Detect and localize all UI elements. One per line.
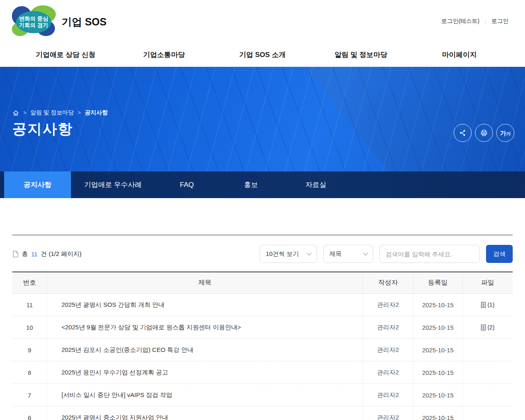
row-author: 관리자2 [363, 406, 413, 420]
page-size-select[interactable]: 10건씩 보기 [260, 245, 317, 263]
login-divider [485, 19, 486, 24]
total-prefix: 총 [22, 250, 28, 258]
notice-table: 번호 제목 작성자 등록일 파일 11 2025년 광명시 SOS 간담회 개최… [12, 272, 513, 420]
row-title-link[interactable]: [서비스 일시 중단 안내] vAIPS 점검 작업 [47, 384, 363, 406]
chevron-down-icon [307, 251, 311, 255]
page: 변화의 중심 기회의 경기 기업 SOS 로그인(테스트) 로그인 기업애로 상… [0, 0, 525, 420]
tab-notice[interactable]: 공지사항 [4, 171, 71, 198]
logo-line2: 기회의 경기 [19, 22, 48, 28]
row-author: 관리자2 [363, 294, 413, 316]
row-no: 9 [12, 339, 47, 361]
tab-promotion[interactable]: 홍보 [219, 171, 283, 198]
row-title-link[interactable]: 2025년 용인시 우수기업 선정계획 공고 [47, 361, 363, 383]
row-file [463, 361, 513, 383]
font-size-icon: 가가 [500, 130, 511, 136]
total-count: 총 11 건 (1/2 페이지) [12, 250, 82, 258]
col-header-title: 제목 [47, 272, 363, 293]
row-no: 8 [12, 361, 47, 383]
row-no: 6 [12, 406, 47, 420]
board-top-rule [12, 235, 513, 235]
row-date: 2025-10-15 [413, 361, 463, 383]
site-header: 변화의 중심 기회의 경기 기업 SOS 로그인(테스트) 로그인 [0, 0, 525, 43]
share-button[interactable] [454, 124, 472, 142]
nav-item-notice-info[interactable]: 알림 및 정보마당 [312, 43, 410, 66]
row-author: 관리자2 [363, 361, 413, 383]
print-icon [480, 129, 488, 137]
search-field-select[interactable]: 제목 [323, 245, 373, 263]
row-no: 10 [12, 316, 47, 338]
page-title: 공지사항 [12, 119, 73, 139]
search-button[interactable]: 검색 [486, 245, 513, 263]
table-row[interactable]: 10 <2025년 9월 전문가 상담 및 기업애로 원스톱 지원센터 이용안내… [12, 316, 513, 339]
row-date: 2025-10-15 [413, 294, 463, 316]
row-date: 2025-10-15 [413, 339, 463, 361]
nav-item-consult-request[interactable]: 기업애로 상담 신청 [16, 43, 115, 66]
site-title[interactable]: 기업 SOS [62, 15, 107, 29]
nav-item-communication[interactable]: 기업소통마당 [115, 43, 213, 66]
row-file [463, 406, 513, 420]
tab-best-cases[interactable]: 기업애로 우수사례 [71, 171, 155, 198]
hero-tools: 가가 [454, 124, 514, 142]
total-suffix: 건 (1/2 페이지) [41, 250, 82, 258]
page-size-value: 10건씩 보기 [266, 250, 299, 258]
attachment[interactable]: (2) [481, 324, 494, 331]
breadcrumb-separator: > [23, 110, 26, 116]
share-icon [459, 129, 467, 137]
table-row[interactable]: 6 2025년 광명시 중소기업 지원사업 안내 관리자2 2025-10-15 [12, 406, 513, 420]
print-button[interactable] [475, 124, 493, 142]
sub-tabbar: 공지사항 기업애로 우수사례 FAQ 홍보 자료실 [0, 171, 525, 198]
search-field-value: 제목 [329, 250, 342, 258]
breadcrumb-item-current: 공지사항 [85, 109, 108, 116]
row-author: 관리자2 [363, 339, 413, 361]
nav-item-sos-intro[interactable]: 기업 SOS 소개 [213, 43, 312, 66]
login-test-link[interactable]: 로그인(테스트) [441, 18, 479, 25]
board-main: 총 11 건 (1/2 페이지) 10건씩 보기 제목 검색 번호 [0, 235, 525, 420]
row-file: (2) [463, 316, 513, 338]
row-title-link[interactable]: 2025년 김포시 소공인(중소기업) CEO 특강 안내 [47, 339, 363, 361]
row-title-link[interactable]: 2025년 광명시 중소기업 지원사업 안내 [47, 406, 363, 420]
col-header-author: 작성자 [363, 272, 413, 293]
hero-banner: > 알림 및 정보마당 > 공지사항 공지사항 가가 [0, 67, 525, 198]
table-row[interactable]: 11 2025년 광명시 SOS 간담회 개최 안내 관리자2 2025-10-… [12, 294, 513, 316]
nav-item-mypage[interactable]: 마이페이지 [410, 43, 509, 66]
row-author: 관리자2 [363, 316, 413, 338]
col-header-no: 번호 [12, 272, 47, 293]
gyeonggi-logo[interactable]: 변화의 중심 기회의 경기 [11, 5, 56, 39]
search-input[interactable] [379, 245, 480, 263]
document-icon [12, 251, 19, 258]
logo-line1: 변화의 중심 [19, 16, 48, 22]
row-date: 2025-10-15 [413, 384, 463, 406]
file-icon [481, 324, 486, 331]
row-title-link[interactable]: 2025년 광명시 SOS 간담회 개최 안내 [47, 294, 363, 316]
row-date: 2025-10-15 [413, 406, 463, 420]
table-row[interactable]: 8 2025년 용인시 우수기업 선정계획 공고 관리자2 2025-10-15 [12, 361, 513, 384]
row-no: 11 [12, 294, 47, 316]
tab-faq[interactable]: FAQ [155, 171, 219, 198]
board-filters: 10건씩 보기 제목 검색 [260, 245, 513, 263]
breadcrumb-item-notice-info[interactable]: 알림 및 정보마당 [30, 109, 74, 116]
file-icon [481, 302, 486, 308]
chevron-down-icon [363, 251, 368, 255]
row-author: 관리자2 [363, 384, 413, 406]
row-no: 7 [12, 384, 47, 406]
tab-archive[interactable]: 자료실 [283, 171, 348, 198]
table-row[interactable]: 7 [서비스 일시 중단 안내] vAIPS 점검 작업 관리자2 2025-1… [12, 384, 513, 406]
col-header-date: 등록일 [413, 272, 463, 293]
row-title-link[interactable]: <2025년 9월 전문가 상담 및 기업애로 원스톱 지원센터 이용안내> [47, 316, 363, 338]
breadcrumb: > 알림 및 정보마당 > 공지사항 [12, 109, 108, 116]
main-nav: 기업애로 상담 신청 기업소통마당 기업 SOS 소개 알림 및 정보마당 마이… [0, 43, 525, 67]
row-file [463, 339, 513, 361]
row-file [463, 384, 513, 406]
table-header: 번호 제목 작성자 등록일 파일 [12, 272, 513, 294]
row-file: (1) [463, 294, 513, 316]
login-link[interactable]: 로그인 [491, 18, 509, 25]
gyeonggi-logo-icon: 변화의 중심 기회의 경기 [11, 5, 56, 39]
board-controls: 총 11 건 (1/2 페이지) 10건씩 보기 제목 검색 [12, 245, 513, 263]
total-count-value: 11 [31, 251, 38, 258]
home-icon[interactable] [12, 110, 19, 116]
table-row[interactable]: 9 2025년 김포시 소공인(중소기업) CEO 특강 안내 관리자2 202… [12, 339, 513, 361]
login-links: 로그인(테스트) 로그인 [441, 18, 509, 25]
attachment[interactable]: (1) [481, 301, 494, 308]
breadcrumb-separator: > [78, 110, 81, 116]
font-size-button[interactable]: 가가 [496, 124, 514, 142]
